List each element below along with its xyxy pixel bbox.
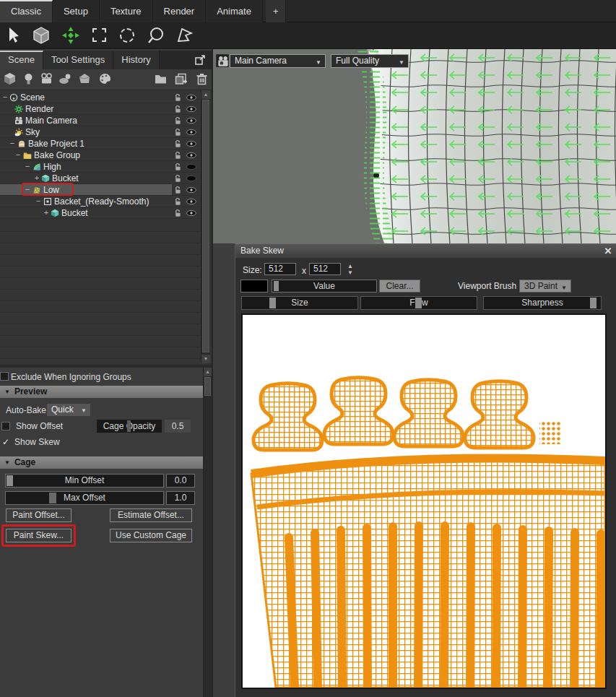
- tree-item-low[interactable]: − Low: [0, 184, 201, 196]
- expander[interactable]: −: [35, 196, 42, 207]
- expander[interactable]: −: [9, 138, 16, 149]
- menu-tab-classic[interactable]: Classic: [0, 0, 53, 22]
- lock-icon[interactable]: [174, 93, 182, 102]
- tree-item-bake-group[interactable]: − Bake Group: [0, 150, 201, 161]
- delete-trash-icon[interactable]: [195, 72, 209, 86]
- size-spinner[interactable]: ▲ ▼: [345, 263, 355, 277]
- menu-tab-animate[interactable]: Animate: [206, 0, 263, 22]
- menu-tab-setup[interactable]: Setup: [53, 0, 100, 22]
- settings-scrollbar[interactable]: ▲: [203, 368, 212, 697]
- transform-gizmo-icon[interactable]: [61, 26, 80, 45]
- new-folder-icon[interactable]: [154, 72, 168, 86]
- expander[interactable]: −: [14, 150, 22, 160]
- brush-mode-dropdown[interactable]: 3D Paint ▼: [519, 280, 571, 293]
- tab-scene[interactable]: Scene: [0, 51, 43, 69]
- max-offset-slider[interactable]: Max Offset: [5, 491, 164, 505]
- spin-up-icon[interactable]: ▲: [345, 263, 355, 269]
- sky-environment-icon[interactable]: [58, 72, 72, 86]
- cage-section-header[interactable]: ▼Cage: [0, 456, 203, 469]
- circle-select-icon[interactable]: [120, 28, 134, 43]
- min-offset-slider[interactable]: Min Offset: [5, 474, 164, 488]
- menu-tab-render[interactable]: Render: [153, 0, 207, 22]
- auto-bake-dropdown[interactable]: Quick ▼: [46, 403, 91, 417]
- color-swatch[interactable]: [240, 280, 268, 293]
- tree-item-high[interactable]: − High: [0, 161, 201, 173]
- eye-icon[interactable]: [186, 198, 196, 205]
- lock-icon[interactable]: [174, 128, 182, 137]
- light-bulb-icon[interactable]: [22, 72, 35, 86]
- eye-icon[interactable]: [186, 186, 196, 194]
- exclude-checkbox[interactable]: [0, 372, 9, 381]
- tree-item-backet-ready-smooth[interactable]: − Backet_(Ready-Smooth): [0, 196, 201, 207]
- scroll-up-arrow[interactable]: ▲: [201, 90, 210, 99]
- clear-button[interactable]: Clear...: [379, 280, 420, 293]
- mesh-object-icon[interactable]: [78, 72, 92, 86]
- tree-item-render[interactable]: Render: [0, 103, 201, 115]
- spin-down-icon[interactable]: ▼: [345, 269, 355, 276]
- viewport-camera-icon[interactable]: [216, 54, 229, 67]
- slider-handle[interactable]: [415, 298, 422, 308]
- use-custom-cage-button[interactable]: Use Custom Cage: [110, 529, 192, 542]
- camera-select[interactable]: Main Camera ▼: [230, 54, 326, 68]
- lock-icon[interactable]: [174, 163, 182, 171]
- lasso-select-icon[interactable]: [147, 26, 165, 45]
- slider-handle[interactable]: [274, 281, 279, 291]
- estimate-offset-button[interactable]: Estimate Offset...: [110, 508, 192, 522]
- value-slider[interactable]: Value: [272, 280, 377, 293]
- brush-flow-slider[interactable]: Flow: [360, 296, 477, 310]
- expander[interactable]: +: [33, 173, 40, 183]
- add-workspace-tab[interactable]: +: [266, 0, 287, 22]
- eye-icon[interactable]: [186, 140, 196, 147]
- expander[interactable]: +: [43, 207, 50, 218]
- cage-opacity-slider[interactable]: Cage Opacity: [97, 420, 162, 433]
- eye-icon[interactable]: [186, 117, 196, 124]
- expander[interactable]: −: [1, 92, 9, 103]
- eye-off-icon[interactable]: [186, 175, 196, 182]
- tree-item-scene[interactable]: − Scene: [0, 92, 201, 103]
- eye-icon[interactable]: [186, 209, 196, 217]
- lock-icon[interactable]: [174, 209, 182, 217]
- size-width-field[interactable]: 512: [264, 263, 296, 275]
- menu-tab-texture[interactable]: Texture: [100, 0, 153, 22]
- viewport-3d[interactable]: Main Camera ▼ Full Quality ▼: [213, 49, 616, 243]
- eye-icon[interactable]: [186, 152, 196, 159]
- geometry-cube-icon[interactable]: [3, 72, 17, 86]
- cage-opacity-value[interactable]: 0.5: [165, 420, 191, 433]
- eye-icon[interactable]: [186, 129, 196, 136]
- tab-tool-settings[interactable]: Tool Settings: [43, 51, 113, 69]
- slider-handle[interactable]: [590, 298, 597, 308]
- lock-icon[interactable]: [174, 139, 182, 148]
- dialog-title-bar[interactable]: Bake Skew ✕: [235, 244, 616, 258]
- tree-item-main-camera[interactable]: Main Camera: [0, 115, 201, 126]
- scroll-down-arrow[interactable]: ▼: [201, 355, 210, 363]
- camera-icon[interactable]: [40, 72, 53, 86]
- tree-item-sky[interactable]: Sky: [0, 126, 201, 138]
- tree-item-bucket-low[interactable]: + Bucket: [0, 207, 201, 219]
- min-offset-value[interactable]: 0.0: [166, 474, 195, 488]
- brush-sharpness-slider[interactable]: Sharpness: [483, 296, 602, 310]
- eye-icon[interactable]: [186, 105, 196, 113]
- duplicate-icon[interactable]: [174, 72, 188, 86]
- eye-icon[interactable]: [186, 94, 196, 101]
- check-icon[interactable]: ✓: [2, 437, 9, 447]
- tree-item-bake-project[interactable]: − Bake Project 1: [0, 138, 201, 150]
- max-offset-value[interactable]: 1.0: [166, 491, 195, 505]
- tab-history[interactable]: History: [113, 51, 159, 69]
- slider-handle[interactable]: [269, 298, 276, 308]
- slider-handle[interactable]: [6, 475, 13, 486]
- eye-off-icon[interactable]: [186, 163, 196, 170]
- scroll-up-arrow[interactable]: ▲: [204, 368, 212, 376]
- scrollbar-thumb[interactable]: [202, 100, 209, 352]
- lock-icon[interactable]: [174, 186, 182, 194]
- slider-handle[interactable]: [127, 420, 131, 432]
- quality-select[interactable]: Full Quality ▼: [331, 54, 409, 68]
- preview-section-header[interactable]: ▼Preview: [0, 386, 203, 398]
- brush-size-slider[interactable]: Size: [241, 296, 358, 310]
- expander[interactable]: −: [24, 161, 31, 172]
- object-cube-icon[interactable]: [32, 26, 51, 45]
- paint-offset-button[interactable]: Paint Offset...: [6, 508, 71, 522]
- slider-handle[interactable]: [49, 493, 56, 503]
- show-offset-checkbox[interactable]: [1, 422, 10, 430]
- polygon-lasso-icon[interactable]: [175, 26, 194, 45]
- paint-palette-icon[interactable]: [98, 72, 112, 86]
